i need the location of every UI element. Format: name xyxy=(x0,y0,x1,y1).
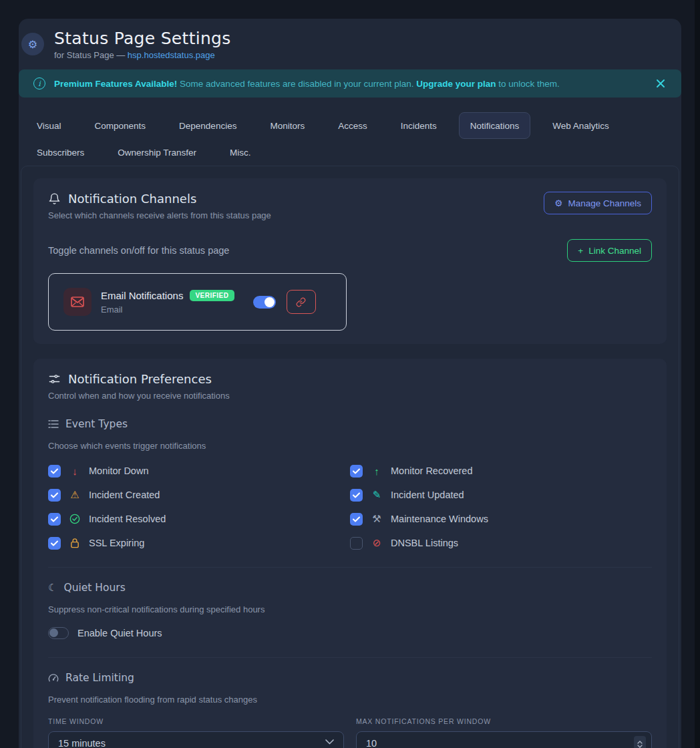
channels-subtitle: Select which channels receive alerts fro… xyxy=(48,210,271,220)
banner-close-button[interactable] xyxy=(653,76,668,91)
subtitle-text: for Status Page — xyxy=(54,50,128,60)
tab-ownership-transfer[interactable]: Ownership Transfer xyxy=(106,139,208,166)
tab-row-2: Subscribers Ownership Transfer Misc. xyxy=(25,139,681,164)
manage-channels-label: Manage Channels xyxy=(568,198,641,208)
scrollbar-track[interactable] xyxy=(695,0,700,748)
link-channel-button[interactable]: + Link Channel xyxy=(567,239,652,262)
settings-gear-avatar: ⚙ xyxy=(21,33,44,55)
preferences-title: Notification Preferences xyxy=(68,372,212,386)
event-types-subtitle: Choose which events trigger notification… xyxy=(48,441,652,451)
banner-suffix-text: to unlock them. xyxy=(496,79,560,89)
gauge-icon xyxy=(48,673,59,683)
tab-visual[interactable]: Visual xyxy=(25,112,73,139)
sliders-icon xyxy=(48,373,61,385)
max-notifications-input[interactable] xyxy=(366,738,642,748)
time-window-label: TIME WINDOW xyxy=(48,717,344,725)
settings-tabs: Visual Components Dependencies Monitors … xyxy=(19,112,681,164)
chevron-down-icon xyxy=(325,739,334,745)
page-header: ⚙ Status Page Settings for Status Page —… xyxy=(19,19,681,63)
banner-body-text: Some advanced features are disabled in y… xyxy=(177,79,416,89)
quiet-hours-toggle[interactable] xyxy=(48,627,69,639)
event-types-section: Event Types Choose which events trigger … xyxy=(48,418,652,550)
tab-incidents[interactable]: Incidents xyxy=(389,112,448,139)
checkbox-incident-updated[interactable] xyxy=(350,489,363,502)
event-types-title: Event Types xyxy=(65,418,128,430)
tab-subscribers[interactable]: Subscribers xyxy=(25,139,96,166)
rate-limiting-title: Rate Limiting xyxy=(65,672,134,684)
premium-banner: i Premium Features Available! Some advan… xyxy=(19,69,681,98)
notification-preferences-card: Notification Preferences Control when an… xyxy=(33,359,667,748)
event-dnsbl-listings: ⊘ DNSBL Listings xyxy=(350,536,652,550)
gear-icon: ⚙ xyxy=(554,198,562,208)
link-icon xyxy=(296,297,306,307)
status-page-link[interactable]: hsp.hostedstatus.page xyxy=(128,50,215,60)
upgrade-plan-link[interactable]: Upgrade your plan xyxy=(416,79,496,89)
check-icon xyxy=(353,492,360,498)
check-icon xyxy=(353,468,360,474)
event-incident-created: ⚠ Incident Created xyxy=(48,488,350,502)
max-notifications-label: MAX NOTIFICATIONS PER WINDOW xyxy=(356,717,652,725)
tab-components[interactable]: Components xyxy=(83,112,158,139)
event-types-grid: ↓ Monitor Down ↑ Monitor Recovered xyxy=(48,463,652,550)
time-window-select[interactable]: 15 minutes xyxy=(48,731,344,748)
manage-channels-button[interactable]: ⚙ Manage Channels xyxy=(544,192,652,214)
checkbox-monitor-recovered[interactable] xyxy=(350,465,363,478)
email-channel-toggle[interactable] xyxy=(253,296,276,309)
event-label: Maintenance Windows xyxy=(391,514,488,524)
check-icon xyxy=(51,492,58,498)
tab-dependencies[interactable]: Dependencies xyxy=(168,112,248,139)
check-icon xyxy=(51,540,58,546)
checkbox-incident-created[interactable] xyxy=(48,489,61,502)
event-label: DNSBL Listings xyxy=(391,538,458,548)
number-stepper[interactable] xyxy=(634,736,646,748)
tab-misc[interactable]: Misc. xyxy=(218,139,262,166)
checkbox-monitor-down[interactable] xyxy=(48,465,61,478)
tab-row-1: Visual Components Dependencies Monitors … xyxy=(25,112,681,139)
circle-check-icon xyxy=(68,514,81,524)
settings-window: ⚙ Status Page Settings for Status Page —… xyxy=(19,19,681,748)
unlink-channel-button[interactable] xyxy=(287,290,316,314)
event-monitor-recovered: ↑ Monitor Recovered xyxy=(350,463,652,478)
checkbox-maintenance-windows[interactable] xyxy=(350,513,363,526)
rate-limiting-subtitle: Prevent notification flooding from rapid… xyxy=(48,695,652,705)
tab-web-analytics[interactable]: Web Analytics xyxy=(541,112,621,139)
tab-access[interactable]: Access xyxy=(327,112,379,139)
notification-channels-card: Notification Channels Select which chann… xyxy=(33,178,667,344)
bell-icon xyxy=(48,192,61,206)
tab-notifications[interactable]: Notifications xyxy=(459,112,531,139)
toggle-knob xyxy=(49,628,58,637)
event-label: SSL Expiring xyxy=(89,538,144,548)
list-icon xyxy=(48,419,59,429)
event-label: Monitor Down xyxy=(89,465,148,476)
divider xyxy=(48,657,652,658)
pencil-icon: ✎ xyxy=(370,489,383,501)
event-label: Incident Resolved xyxy=(89,514,166,524)
page-subtitle: for Status Page — hsp.hostedstatus.page xyxy=(54,50,231,60)
checkbox-incident-resolved[interactable] xyxy=(48,513,61,526)
event-label: Incident Created xyxy=(89,490,160,500)
toggle-hint: Toggle channels on/off for this status p… xyxy=(48,245,229,256)
checkbox-ssl-expiring[interactable] xyxy=(48,537,61,550)
event-label: Incident Updated xyxy=(391,490,464,500)
event-incident-resolved: Incident Resolved xyxy=(48,512,350,526)
warning-triangle-icon: ⚠ xyxy=(68,489,81,501)
channel-type: Email xyxy=(101,305,234,315)
chevron-down-icon xyxy=(637,745,643,748)
info-icon: i xyxy=(33,77,45,89)
quiet-hours-title: Quiet Hours xyxy=(63,582,125,594)
event-maintenance-windows: ⚒ Maintenance Windows xyxy=(350,512,652,526)
close-icon xyxy=(656,79,665,88)
divider xyxy=(48,567,652,568)
quiet-hours-section: ☾ Quiet Hours Suppress non-critical noti… xyxy=(48,582,652,639)
checkbox-dnsbl-listings[interactable] xyxy=(350,537,363,550)
link-channel-label: Link Channel xyxy=(588,246,641,256)
envelope-icon xyxy=(71,297,84,307)
banner-bold-text: Premium Features Available! xyxy=(54,79,177,89)
check-icon xyxy=(51,516,58,522)
max-notifications-field: MAX NOTIFICATIONS PER WINDOW xyxy=(356,717,652,748)
preferences-subtitle: Control when and how you receive notific… xyxy=(48,391,230,401)
event-monitor-down: ↓ Monitor Down xyxy=(48,463,350,478)
banner-message: Premium Features Available! Some advance… xyxy=(54,79,560,89)
tab-monitors[interactable]: Monitors xyxy=(258,112,316,139)
email-channel-avatar xyxy=(63,288,92,316)
